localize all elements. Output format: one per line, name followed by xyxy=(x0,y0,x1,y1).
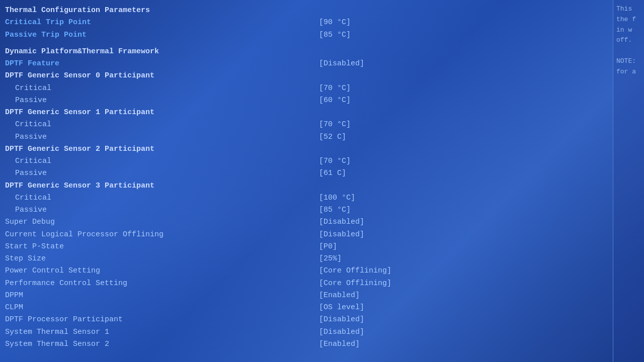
step-size-value[interactable]: [25%] xyxy=(319,253,342,264)
super-debug-value[interactable]: [Disabled] xyxy=(319,216,364,228)
thermal-sensor1[interactable]: System Thermal Sensor 1[Disabled] xyxy=(5,326,608,338)
power-control-label: Power Control Setting xyxy=(5,265,100,277)
super-debug[interactable]: Super Debug[Disabled] xyxy=(5,216,608,228)
thermal-sensor2[interactable]: System Thermal Sensor 2[Enabled] xyxy=(5,338,608,350)
main-layout: Thermal Configuration ParametersCritical… xyxy=(0,0,644,362)
thermal-sensor1-value[interactable]: [Disabled] xyxy=(319,326,364,338)
dppm-label: DPPM xyxy=(5,290,23,301)
dptf-sensor1-label: DPTF Generic Sensor 1 Participant xyxy=(5,107,154,118)
sensor2-passive-label: Passive xyxy=(5,167,47,179)
super-debug-label: Super Debug xyxy=(5,216,55,228)
dptf-processor-value[interactable]: [Disabled] xyxy=(319,314,364,325)
section-dptf: Dynamic Platform&Thermal Framework xyxy=(5,46,608,57)
perf-control-label: Performance Control Setting xyxy=(5,278,127,289)
sidebar: This the f in w off. NOTE: for a xyxy=(613,0,644,362)
dptf-sensor2-label: DPTF Generic Sensor 2 Participant xyxy=(5,143,154,155)
logical-processor-value[interactable]: [Disabled] xyxy=(319,229,364,240)
dppm[interactable]: DPPM[Enabled] xyxy=(5,290,608,301)
sensor1-critical-label: Critical xyxy=(5,119,51,130)
logical-processor-label: Current Logical Processor Offlining xyxy=(5,229,164,240)
dptf-sensor3-label: DPTF Generic Sensor 3 Participant xyxy=(5,180,154,192)
start-pstate[interactable]: Start P-State[P0] xyxy=(5,241,608,252)
perf-control-value[interactable]: [Core Offlining] xyxy=(319,278,391,289)
dptf-sensor0: DPTF Generic Sensor 0 Participant xyxy=(5,70,608,81)
spacer1 xyxy=(5,41,608,45)
dptf-sensor0-label: DPTF Generic Sensor 0 Participant xyxy=(5,70,154,81)
dppm-value[interactable]: [Enabled] xyxy=(319,290,360,301)
dptf-processor[interactable]: DPTF Processor Participant[Disabled] xyxy=(5,314,608,325)
sensor0-passive-label: Passive xyxy=(5,95,47,106)
clpm-label: CLPM xyxy=(5,302,23,313)
sensor1-passive-value[interactable]: [52 C] xyxy=(319,131,346,143)
thermal-sensor2-value[interactable]: [Enabled] xyxy=(319,338,360,350)
start-pstate-label: Start P-State xyxy=(5,241,64,252)
thermal-sensor1-label: System Thermal Sensor 1 xyxy=(5,326,109,338)
dptf-processor-label: DPTF Processor Participant xyxy=(5,314,123,325)
passive-trip-point[interactable]: Passive Trip Point[85 °C] xyxy=(5,29,608,41)
sensor0-critical-label: Critical xyxy=(5,82,51,94)
dptf-feature-label: DPTF Feature xyxy=(5,58,59,69)
critical-trip-point-value[interactable]: [90 °C] xyxy=(319,17,351,28)
sensor1-passive[interactable]: Passive[52 C] xyxy=(5,131,608,143)
sensor3-critical[interactable]: Critical[100 °C] xyxy=(5,192,608,204)
section-dptf-label: Dynamic Platform&Thermal Framework xyxy=(5,46,159,57)
sensor1-critical-value[interactable]: [70 °C] xyxy=(319,119,351,130)
sensor0-critical-value[interactable]: [70 °C] xyxy=(319,82,351,94)
sensor1-critical[interactable]: Critical[70 °C] xyxy=(5,119,608,130)
step-size[interactable]: Step Size[25%] xyxy=(5,253,608,264)
step-size-label: Step Size xyxy=(5,253,46,264)
sensor3-passive-label: Passive xyxy=(5,204,47,216)
clpm-value[interactable]: [OS level] xyxy=(319,302,364,313)
critical-trip-point[interactable]: Critical Trip Point[90 °C] xyxy=(5,17,608,28)
sensor3-critical-label: Critical xyxy=(5,192,51,204)
sensor1-passive-label: Passive xyxy=(5,131,47,143)
content-area: Thermal Configuration ParametersCritical… xyxy=(0,0,613,362)
clpm[interactable]: CLPM[OS level] xyxy=(5,302,608,313)
dptf-feature[interactable]: DPTF Feature[Disabled] xyxy=(5,58,608,69)
sensor2-passive-value[interactable]: [61 C] xyxy=(319,167,346,179)
sensor2-critical-label: Critical xyxy=(5,155,51,167)
section-thermal-label: Thermal Configuration Parameters xyxy=(5,5,150,16)
perf-control[interactable]: Performance Control Setting[Core Offlini… xyxy=(5,278,608,289)
dptf-feature-value[interactable]: [Disabled] xyxy=(319,58,364,69)
start-pstate-value[interactable]: [P0] xyxy=(319,241,337,252)
passive-trip-point-value[interactable]: [85 °C] xyxy=(319,29,351,41)
sensor2-critical[interactable]: Critical[70 °C] xyxy=(5,155,608,167)
power-control[interactable]: Power Control Setting[Core Offlining] xyxy=(5,265,608,277)
section-thermal: Thermal Configuration Parameters xyxy=(5,5,608,16)
dptf-sensor2: DPTF Generic Sensor 2 Participant xyxy=(5,143,608,155)
sensor0-critical[interactable]: Critical[70 °C] xyxy=(5,82,608,94)
dptf-sensor3: DPTF Generic Sensor 3 Participant xyxy=(5,180,608,192)
sidebar-note-1: This the f in w off. NOTE: for a xyxy=(616,4,641,77)
logical-processor[interactable]: Current Logical Processor Offlining[Disa… xyxy=(5,229,608,240)
thermal-sensor2-label: System Thermal Sensor 2 xyxy=(5,338,109,350)
sensor2-critical-value[interactable]: [70 °C] xyxy=(319,155,351,167)
sensor0-passive[interactable]: Passive[60 °C] xyxy=(5,95,608,106)
sensor3-passive[interactable]: Passive[85 °C] xyxy=(5,204,608,216)
power-control-value[interactable]: [Core Offlining] xyxy=(319,265,391,277)
dptf-sensor1: DPTF Generic Sensor 1 Participant xyxy=(5,107,608,118)
sensor2-passive[interactable]: Passive[61 C] xyxy=(5,167,608,179)
sensor0-passive-value[interactable]: [60 °C] xyxy=(319,95,351,106)
critical-trip-point-label: Critical Trip Point xyxy=(5,17,91,28)
passive-trip-point-label: Passive Trip Point xyxy=(5,29,87,41)
sensor3-passive-value[interactable]: [85 °C] xyxy=(319,204,351,216)
sensor3-critical-value[interactable]: [100 °C] xyxy=(319,192,355,204)
